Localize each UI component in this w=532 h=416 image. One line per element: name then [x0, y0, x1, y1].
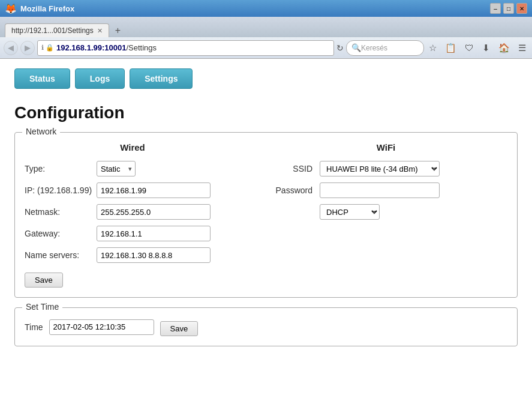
url-port: :10001: [102, 43, 126, 52]
network-columns: Wired Type: Static DHCP IP: (192.168.1.9…: [25, 142, 507, 288]
url-display: 192.168.1.99:10001/Settings: [56, 43, 330, 52]
wifi-header: WiFi: [265, 142, 507, 152]
maximize-button[interactable]: □: [503, 3, 514, 14]
netmask-label: Netmask:: [25, 207, 97, 217]
browser-titlebar: 🦊 Mozilla Firefox – □ ✕: [0, 0, 532, 17]
set-time-section: Set Time Time Save: [14, 307, 518, 346]
status-button[interactable]: Status: [14, 68, 70, 89]
password-row: Password: [265, 182, 507, 198]
settings-button[interactable]: Settings: [130, 68, 193, 89]
time-save-button[interactable]: Save: [160, 321, 199, 336]
close-button[interactable]: ✕: [516, 3, 527, 14]
set-time-legend: Set Time: [22, 302, 62, 312]
ssid-select-wrapper: HUAWEI P8 lite (-34 dBm): [320, 161, 440, 176]
time-input[interactable]: [49, 319, 154, 335]
nameservers-row: Name servers:: [25, 247, 241, 263]
home-button[interactable]: 🏠: [496, 41, 512, 55]
time-row: Time Save: [25, 318, 507, 336]
gateway-input[interactable]: [97, 226, 211, 241]
wired-column: Wired Type: Static DHCP IP: (192.168.1.9…: [25, 142, 241, 288]
type-row: Type: Static DHCP: [25, 161, 241, 176]
search-placeholder: Keresés: [361, 44, 387, 52]
ip-row: IP: (192.168.1.99): [25, 182, 241, 198]
gateway-label: Gateway:: [25, 229, 97, 238]
url-path: /Settings: [126, 43, 157, 52]
new-tab-button[interactable]: +: [112, 24, 124, 37]
tab-label: http://192.1...001/Settings: [11, 26, 94, 35]
security-icon: ℹ 🔒: [41, 44, 54, 52]
page-title: Configuration: [14, 103, 518, 122]
search-box[interactable]: 🔍 Keresés: [346, 40, 424, 56]
active-tab[interactable]: http://192.1...001/Settings ✕: [5, 23, 109, 37]
ip-label: IP: (192.168.1.99): [25, 185, 97, 195]
netmask-row: Netmask:: [25, 204, 241, 220]
network-legend: Network: [22, 127, 60, 136]
nameservers-label: Name servers:: [25, 250, 97, 260]
wired-header: Wired: [25, 142, 241, 152]
nameservers-input[interactable]: [97, 247, 211, 263]
wired-save-button[interactable]: Save: [25, 273, 63, 288]
menu-button[interactable]: ☰: [516, 41, 528, 55]
ssid-row: SSID HUAWEI P8 lite (-34 dBm): [265, 161, 507, 176]
dhcp-select-wrapper: DHCP Static: [320, 204, 380, 220]
ssid-label: SSID: [265, 164, 312, 173]
ip-input[interactable]: [97, 182, 211, 198]
reader-view-button[interactable]: 📋: [443, 41, 459, 55]
logs-button[interactable]: Logs: [75, 68, 125, 89]
firefox-icon: 🦊: [5, 3, 17, 14]
back-button[interactable]: ◀: [4, 41, 18, 55]
browser-title: Mozilla Firefox: [20, 4, 74, 13]
time-label: Time: [25, 322, 43, 332]
tab-close-button[interactable]: ✕: [97, 27, 103, 35]
type-label: Type:: [25, 164, 97, 173]
network-section: Network Wired Type: Static DHCP: [14, 132, 518, 298]
pocket-button[interactable]: 🛡: [462, 41, 476, 54]
password-input[interactable]: [320, 182, 440, 198]
search-icon: 🔍: [351, 43, 361, 52]
tab-bar: http://192.1...001/Settings ✕ +: [0, 17, 532, 37]
password-label: Password: [265, 185, 312, 195]
netmask-input[interactable]: [97, 204, 211, 220]
download-button[interactable]: ⬇: [480, 41, 492, 55]
nav-icons: ☆ 📋 🛡 ⬇ 🏠 ☰: [426, 41, 528, 55]
window-controls: – □ ✕: [490, 3, 527, 14]
gateway-row: Gateway:: [25, 226, 241, 241]
type-select-wrapper: Static DHCP: [97, 161, 136, 176]
bookmark-star-button[interactable]: ☆: [426, 41, 439, 55]
wifi-column: WiFi SSID HUAWEI P8 lite (-34 dBm) Passw…: [265, 142, 507, 288]
address-bar[interactable]: ℹ 🔒 192.168.1.99:10001/Settings: [37, 40, 334, 56]
page-content: Status Logs Settings Configuration Netwo…: [0, 59, 532, 416]
app-nav-buttons: Status Logs Settings: [14, 68, 518, 89]
dhcp-row: DHCP Static: [265, 204, 507, 220]
refresh-button[interactable]: ↻: [336, 43, 344, 53]
forward-button[interactable]: ▶: [20, 41, 35, 55]
ssid-select[interactable]: HUAWEI P8 lite (-34 dBm): [320, 161, 440, 176]
nav-bar: ◀ ▶ ℹ 🔒 192.168.1.99:10001/Settings ↻ 🔍 …: [0, 37, 532, 59]
url-host: 192.168.1.99: [56, 43, 102, 52]
type-select[interactable]: Static DHCP: [97, 161, 136, 176]
dhcp-select[interactable]: DHCP Static: [320, 204, 380, 220]
minimize-button[interactable]: –: [490, 3, 501, 14]
